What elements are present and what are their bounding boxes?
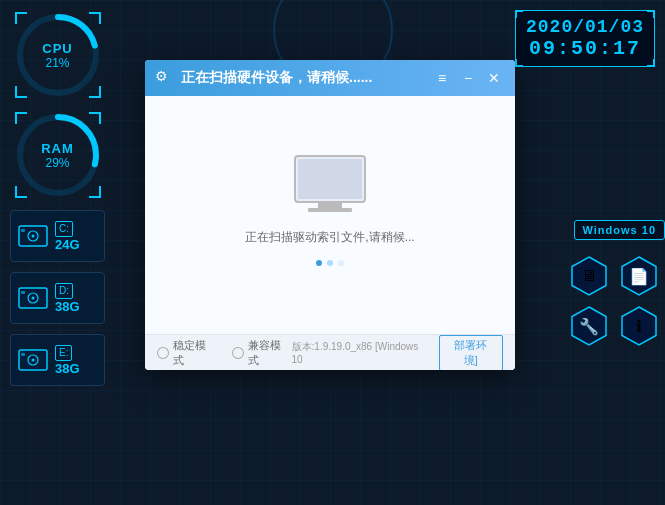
dot-1 (316, 260, 322, 266)
hex-icon-document[interactable]: 📄 (618, 255, 660, 297)
drive-c-icon (17, 220, 49, 252)
drive-c-info: C: 24G (55, 221, 80, 252)
svg-rect-27 (21, 291, 25, 294)
footer-right: 版本:1.9.19.0_x86 [Windows 10 部署环境] (292, 335, 503, 371)
hex-icon-info[interactable]: ℹ (618, 305, 660, 347)
right-panel: Windows 10 🖥 📄 🔧 ℹ (545, 220, 665, 450)
cpu-label: CPU 21% (42, 41, 72, 70)
drive-e-widget: E: 38G (10, 334, 105, 386)
clock-time: 09:50:17 (526, 37, 644, 60)
close-button[interactable]: ✕ (483, 67, 505, 89)
svg-rect-13 (15, 196, 27, 198)
radio-stable[interactable]: 稳定模式 (157, 338, 216, 368)
monitor-illustration (290, 154, 370, 219)
scan-sub-text: 正在扫描驱动索引文件,请稍候... (245, 229, 414, 246)
svg-point-26 (32, 297, 35, 300)
drive-e-letter: E: (55, 345, 72, 361)
svg-rect-7 (89, 96, 101, 98)
info-icon: ℹ (636, 317, 642, 336)
drive-d-size: 38G (55, 299, 80, 314)
dialog-footer: 稳定模式 兼容模式 版本:1.9.19.0_x86 [Windows 10 部署… (145, 334, 515, 370)
svg-point-22 (32, 235, 35, 238)
left-panel: CPU 21% RAM 29% (0, 0, 115, 505)
menu-button[interactable]: ≡ (431, 67, 453, 89)
svg-rect-39 (308, 208, 352, 212)
clock-date: 2020/01/03 (526, 17, 644, 37)
hex-icon-wrench[interactable]: 🔧 (568, 305, 610, 347)
svg-rect-3 (15, 96, 27, 98)
dialog-window: ⚙ 正在扫描硬件设备，请稍候...... ≡ − ✕ 正在扫描驱动索引文件,请稍… (145, 60, 515, 370)
cpu-gauge: CPU 21% (13, 10, 103, 100)
clock-widget: 2020/01/03 09:50:17 (515, 10, 655, 67)
svg-rect-37 (298, 159, 362, 199)
svg-rect-19 (89, 112, 101, 114)
drive-c-widget: C: 24G (10, 210, 105, 262)
radio-stable-circle (157, 347, 169, 359)
dialog-titlebar: ⚙ 正在扫描硬件设备，请稍候...... ≡ − ✕ (145, 60, 515, 96)
dialog-controls: ≡ − ✕ (431, 67, 505, 89)
svg-rect-38 (318, 202, 342, 208)
svg-rect-15 (15, 112, 27, 114)
svg-point-30 (32, 359, 35, 362)
drive-e-size: 38G (55, 361, 80, 376)
svg-rect-17 (89, 196, 101, 198)
drive-e-icon (17, 344, 49, 376)
svg-rect-5 (15, 12, 27, 14)
drive-d-widget: D: 38G (10, 272, 105, 324)
drive-d-letter: D: (55, 283, 73, 299)
right-icons: 🖥 📄 🔧 ℹ (568, 255, 660, 347)
drive-c-size: 24G (55, 237, 80, 252)
minimize-button[interactable]: − (457, 67, 479, 89)
svg-rect-9 (89, 12, 101, 14)
radio-compat-circle (232, 347, 244, 359)
radio-compat[interactable]: 兼容模式 (232, 338, 291, 368)
win10-badge: Windows 10 (574, 220, 665, 240)
drive-d-info: D: 38G (55, 283, 80, 314)
dialog-body: 正在扫描驱动索引文件,请稍候... (145, 96, 515, 334)
radio-compat-label: 兼容模式 (248, 338, 291, 368)
app-icon: ⚙ (155, 68, 175, 88)
wrench-icon: 🔧 (579, 317, 599, 336)
version-text: 版本:1.9.19.0_x86 [Windows 10 (292, 340, 431, 365)
drive-c-letter: C: (55, 221, 73, 237)
radio-stable-label: 稳定模式 (173, 338, 216, 368)
drive-d-icon (17, 282, 49, 314)
ram-gauge: RAM 29% (13, 110, 103, 200)
svg-rect-23 (21, 229, 25, 232)
dot-2 (327, 260, 333, 266)
radio-group: 稳定模式 兼容模式 (157, 338, 292, 368)
dot-3 (338, 260, 344, 266)
ram-label: RAM 29% (41, 141, 74, 170)
document-icon: 📄 (629, 267, 649, 286)
svg-rect-31 (21, 353, 25, 356)
dialog-title: 正在扫描硬件设备，请稍候...... (181, 69, 431, 87)
hex-icon-settings[interactable]: 🖥 (568, 255, 610, 297)
loading-dots (316, 260, 344, 266)
drive-e-info: E: 38G (55, 345, 80, 376)
deploy-button[interactable]: 部署环境] (439, 335, 504, 371)
settings-icon: 🖥 (581, 267, 597, 285)
